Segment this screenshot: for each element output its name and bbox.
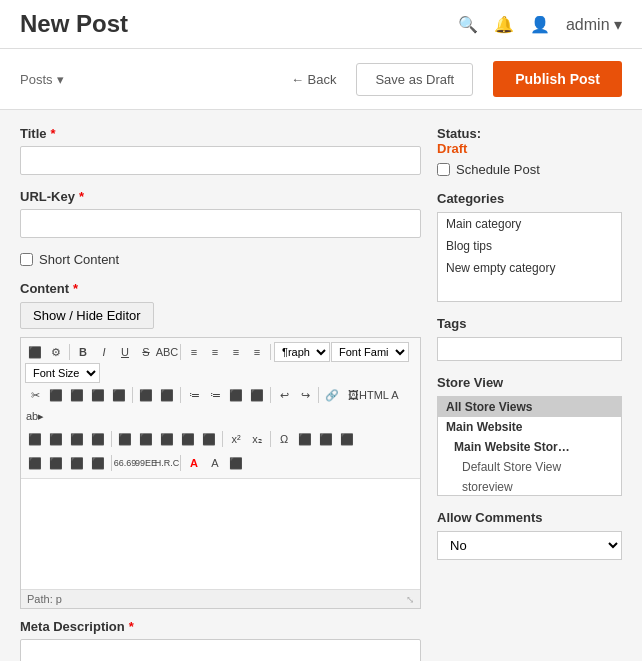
page-header: New Post 🔍 🔔 👤 admin ▾ xyxy=(0,0,642,49)
tb-r3-2[interactable]: ⬛ xyxy=(46,429,66,449)
tb-r3-10[interactable]: ⬛ xyxy=(295,429,315,449)
tb-indent-btn[interactable]: ⬛ xyxy=(247,385,267,405)
tb-r4-4[interactable]: ⬛ xyxy=(88,453,108,473)
comments-row: No Yes xyxy=(437,531,622,560)
categories-section: Categories Main category Blog tips New e… xyxy=(437,191,622,302)
publish-button[interactable]: Publish Post xyxy=(493,61,622,97)
tb-underline-btn[interactable]: U xyxy=(115,342,135,362)
categories-list[interactable]: Main category Blog tips New empty catego… xyxy=(437,212,622,302)
tb-fontsize-a[interactable]: A xyxy=(205,453,225,473)
tb-color-btn[interactable]: A xyxy=(385,385,405,405)
tb-r4-3[interactable]: ⬛ xyxy=(67,453,87,473)
tb-align-justify[interactable]: ≡ xyxy=(247,342,267,362)
tb-r3-9[interactable]: ⬛ xyxy=(199,429,219,449)
comments-select[interactable]: No Yes xyxy=(437,531,622,560)
meta-description-group: Meta Description * 0 characters used. Re… xyxy=(20,619,421,661)
store-view-list[interactable]: All Store Views Main Website Main Websit… xyxy=(437,396,622,496)
tb-align-right[interactable]: ≡ xyxy=(226,342,246,362)
tb-sep4 xyxy=(132,387,133,403)
tb-media-btn[interactable]: ⬛ xyxy=(25,342,45,362)
tb-html-btn[interactable]: HTML xyxy=(364,385,384,405)
tb-special-char[interactable]: Ω xyxy=(274,429,294,449)
tb-paste-text-btn[interactable]: ⬛ xyxy=(88,385,108,405)
editor-toolbar-row1: ⬛ ⚙ B I U S ABC ≡ ≡ ≡ ≡ xyxy=(25,342,416,383)
tb-copy-btn[interactable]: ⬛ xyxy=(46,385,66,405)
tb-r4-5[interactable]: 66.69 xyxy=(115,453,135,473)
back-button[interactable]: ← Back xyxy=(291,72,337,87)
tb-sub-btn[interactable]: x₂ xyxy=(247,429,267,449)
tb-sep10 xyxy=(270,431,271,447)
user-menu[interactable]: admin ▾ xyxy=(566,15,622,34)
tb-sep11 xyxy=(111,455,112,471)
tb-align-left[interactable]: ≡ xyxy=(184,342,204,362)
tb-paste-word-btn[interactable]: ⬛ xyxy=(109,385,129,405)
tb-r3-5[interactable]: ⬛ xyxy=(115,429,135,449)
resize-handle[interactable]: ⤡ xyxy=(406,594,414,605)
tb-undo-btn[interactable]: ↩ xyxy=(274,385,294,405)
tb-r3-7[interactable]: ⬛ xyxy=(157,429,177,449)
user-icon[interactable]: 👤 xyxy=(530,15,550,34)
tb-table-btn[interactable]: ⬛ xyxy=(136,385,156,405)
tb-strike-btn[interactable]: S xyxy=(136,342,156,362)
search-icon[interactable]: 🔍 xyxy=(458,15,478,34)
tb-paragraph-select[interactable]: ¶raph xyxy=(274,342,330,362)
tb-fontsize-select[interactable]: Font Size xyxy=(25,363,100,383)
tb-r4-2[interactable]: ⬛ xyxy=(46,453,66,473)
tb-fontcolor-a[interactable]: A xyxy=(184,453,204,473)
posts-dropdown[interactable]: Posts ▾ xyxy=(20,72,64,87)
tb-fontfamily-select[interactable]: Font Fami xyxy=(331,342,409,362)
save-draft-button[interactable]: Save as Draft xyxy=(356,63,473,96)
tb-r3-8[interactable]: ⬛ xyxy=(178,429,198,449)
page-title: New Post xyxy=(20,10,128,38)
category-item-2[interactable]: New empty category xyxy=(438,257,621,279)
tb-r3-3[interactable]: ⬛ xyxy=(67,429,87,449)
tb-align-center[interactable]: ≡ xyxy=(205,342,225,362)
tb-redo-btn[interactable]: ↪ xyxy=(295,385,315,405)
tb-bgcolor-btn[interactable]: ab▸ xyxy=(25,406,45,426)
tb-cut-btn[interactable]: ✂ xyxy=(25,385,45,405)
tb-sep1 xyxy=(69,344,70,360)
store-item-main-website-store[interactable]: Main Website Stor… xyxy=(438,437,621,457)
tb-ol-btn[interactable]: ≔ xyxy=(205,385,225,405)
tb-sep8 xyxy=(111,431,112,447)
tb-r4-1[interactable]: ⬛ xyxy=(25,453,45,473)
tb-r4-7[interactable]: H.R.C xyxy=(157,453,177,473)
meta-required: * xyxy=(129,619,134,634)
tb-paste-btn[interactable]: ⬛ xyxy=(67,385,87,405)
editor-toolbar-row4: ⬛ ⬛ ⬛ ⬛ 66.69 99EE H.R.C A A ⬛ xyxy=(25,452,416,474)
tb-hline-btn[interactable]: ⬛ xyxy=(157,385,177,405)
tb-r3-11[interactable]: ⬛ xyxy=(316,429,336,449)
store-item-storeview[interactable]: storeview xyxy=(438,477,621,496)
tb-italic-btn[interactable]: I xyxy=(94,342,114,362)
tb-r4-8[interactable]: ⬛ xyxy=(226,453,246,473)
store-item-default[interactable]: Default Store View xyxy=(438,457,621,477)
tb-link-btn[interactable]: 🔗 xyxy=(322,385,342,405)
tb-r4-6[interactable]: 99EE xyxy=(136,453,156,473)
tb-outdent-btn[interactable]: ⬛ xyxy=(226,385,246,405)
tb-r3-6[interactable]: ⬛ xyxy=(136,429,156,449)
status-value: Draft xyxy=(437,141,467,156)
tb-ul-btn[interactable]: ≔ xyxy=(184,385,204,405)
tb-bold-btn[interactable]: B xyxy=(73,342,93,362)
tb-sup-btn[interactable]: x² xyxy=(226,429,246,449)
schedule-checkbox[interactable] xyxy=(437,163,450,176)
editor-body[interactable] xyxy=(21,479,420,589)
category-item-1[interactable]: Blog tips xyxy=(438,235,621,257)
meta-textarea[interactable] xyxy=(20,639,421,661)
tags-input[interactable] xyxy=(437,337,622,361)
tb-source-btn[interactable]: ⚙ xyxy=(46,342,66,362)
tb-abc-btn[interactable]: ABC xyxy=(157,342,177,362)
urlkey-input[interactable] xyxy=(20,209,421,238)
store-view-title: Store View xyxy=(437,375,622,390)
show-hide-editor-button[interactable]: Show / Hide Editor xyxy=(20,302,154,329)
tb-r3-4[interactable]: ⬛ xyxy=(88,429,108,449)
store-item-all[interactable]: All Store Views xyxy=(438,397,621,417)
tb-r3-1[interactable]: ⬛ xyxy=(25,429,45,449)
store-item-main-website[interactable]: Main Website xyxy=(438,417,621,437)
short-content-checkbox[interactable] xyxy=(20,253,33,266)
title-input[interactable] xyxy=(20,146,421,175)
action-toolbar: Posts ▾ ← Back Save as Draft Publish Pos… xyxy=(0,49,642,110)
tb-r3-12[interactable]: ⬛ xyxy=(337,429,357,449)
bell-icon[interactable]: 🔔 xyxy=(494,15,514,34)
category-item-0[interactable]: Main category xyxy=(438,213,621,235)
